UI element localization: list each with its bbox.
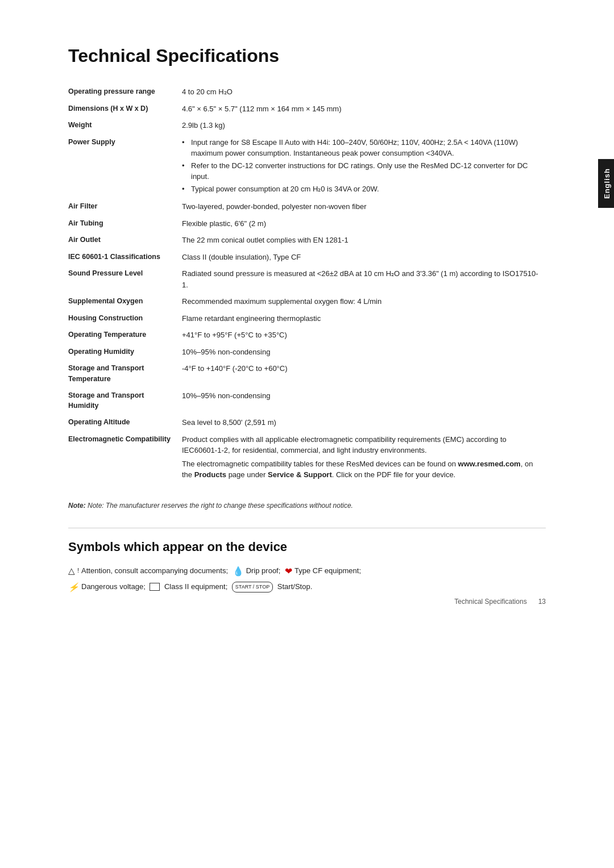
class2-text: Class II equipment; [162,581,230,593]
spec-value: Radiated sound pressure is measured at <… [182,265,546,293]
dangerous-voltage-text: Dangerous voltage; [81,581,147,593]
spec-label: Storage and Transport Humidity [68,387,182,415]
table-row: Weight2.9lb (1.3 kg) [68,117,546,134]
spec-label: Supplemental Oxygen [68,293,182,310]
table-row: Supplemental OxygenRecommended maximum s… [68,293,546,310]
spec-label: Housing Construction [68,310,182,327]
symbols-section-title: Symbols which appear on the device [68,540,546,554]
attention-exclaim: ! [77,565,79,576]
spec-value: +41°F to +95°F (+5°C to +35°C) [182,327,546,344]
symbols-content: △! Attention, consult accompanying docum… [68,564,546,595]
type-cf-text: Type CF equipment; [294,565,361,577]
table-row: Dimensions (H x W x D)4.6" × 6.5" × 5.7"… [68,101,546,118]
emc-bold-products: Products [194,470,226,479]
spec-value: Flexible plastic, 6'6" (2 m) [182,215,546,232]
table-row: Electromagnetic CompatibilityProduct com… [68,431,546,483]
class2-box-icon [150,583,160,591]
spec-value: 10%–95% non-condensing [182,387,546,415]
table-row: Operating pressure range4 to 20 cm H₂O [68,84,546,101]
table-row: Air OutletThe 22 mm conical outlet compl… [68,232,546,249]
spec-label: Operating Temperature [68,327,182,344]
lightning-icon: ⚡ [68,580,79,595]
emc-text-1: Product complies with all applicable ele… [182,434,540,456]
spec-label: Air Filter [68,198,182,215]
spec-value: 4.6" × 6.5" × 5.7" (112 mm × 164 mm × 14… [182,101,546,118]
spec-value: 10%–95% non-condensing [182,344,546,361]
emc-text-2: The electromagnetic compatibility tables… [182,458,540,481]
note-content: Note: The manufacturer reserves the righ… [88,502,353,510]
section-divider [68,528,546,528]
drip-proof-text: Drip proof; [246,565,283,577]
bullet-list: Input range for S8 Escape II Auto with H… [182,137,540,195]
list-item: Input range for S8 Escape II Auto with H… [182,137,540,159]
table-row: IEC 60601-1 ClassificationsClass II (dou… [68,249,546,266]
spec-label: Storage and Transport Temperature [68,360,182,387]
spec-value: Sea level to 8,500' (2,591 m) [182,414,546,431]
emc-bold-service: Service & Support [268,470,332,479]
attention-text: Attention, consult accompanying document… [81,565,230,577]
spec-value: Class II (double insulation), Type CF [182,249,546,266]
table-row: Air FilterTwo-layered, powder-bonded, po… [68,198,546,215]
spec-label: Air Tubing [68,215,182,232]
attention-icon: △ [68,564,75,578]
spec-label: Operating Humidity [68,344,182,361]
footer-page-number: 13 [538,598,546,606]
spec-value: -4°F to +140°F (-20°C to +60°C) [182,360,546,387]
list-item: Refer to the DC-12 converter instruction… [182,160,540,182]
start-stop-text: Start/Stop. [275,581,312,593]
spec-label: Operating Altitude [68,414,182,431]
specs-table: Operating pressure range4 to 20 cm H₂ODi… [68,84,546,483]
spec-label: Power Supply [68,134,182,199]
spec-value: Recommended maximum supplemental oxygen … [182,293,546,310]
spec-label: Air Outlet [68,232,182,249]
spec-value: Input range for S8 Escape II Auto with H… [182,134,546,199]
table-row: Storage and Transport Temperature-4°F to… [68,360,546,387]
table-row: Operating Humidity10%–95% non-condensing [68,344,546,361]
table-row: Power SupplyInput range for S8 Escape II… [68,134,546,199]
spec-label: Sound Pressure Level [68,265,182,293]
start-stop-icon: START / STOP [232,582,273,592]
table-row: Operating AltitudeSea level to 8,500' (2… [68,414,546,431]
table-row: Storage and Transport Humidity10%–95% no… [68,387,546,415]
spec-value: Product complies with all applicable ele… [182,431,546,483]
table-row: Operating Temperature+41°F to +95°F (+5°… [68,327,546,344]
language-label: English [603,168,611,199]
spec-label: IEC 60601-1 Classifications [68,249,182,266]
spec-label: Dimensions (H x W x D) [68,101,182,118]
emc-url: www.resmed.com [458,460,521,468]
table-row: Housing ConstructionFlame retardant engi… [68,310,546,327]
spec-label: Weight [68,117,182,134]
type-cf-icon: ❤ [285,564,292,579]
spec-value: Flame retardant engineering thermoplasti… [182,310,546,327]
spec-value: 4 to 20 cm H₂O [182,84,546,101]
note-text: Note: Note: The manufacturer reserves th… [68,500,546,511]
spec-label: Electromagnetic Compatibility [68,431,182,483]
spec-value: 2.9lb (1.3 kg) [182,117,546,134]
footer-section-label: Technical Specifications [454,598,526,606]
spec-value: Two-layered, powder-bonded, polyester no… [182,198,546,215]
table-row: Air TubingFlexible plastic, 6'6" (2 m) [68,215,546,232]
spec-label: Operating pressure range [68,84,182,101]
symbols-line-2: ⚡ Dangerous voltage; Class II equipment;… [68,580,546,595]
language-tab: English [598,159,614,208]
spec-value: The 22 mm conical outlet complies with E… [182,232,546,249]
drip-proof-icon: 💧 [233,564,244,579]
footer: Technical Specifications 13 [454,598,546,606]
page-title: Technical Specifications [68,45,546,66]
table-row: Sound Pressure LevelRadiated sound press… [68,265,546,293]
symbols-line-1: △! Attention, consult accompanying docum… [68,564,546,579]
list-item: Typical power consumption at 20 cm H₂0 i… [182,183,540,195]
note-bold: Note: [68,502,86,510]
